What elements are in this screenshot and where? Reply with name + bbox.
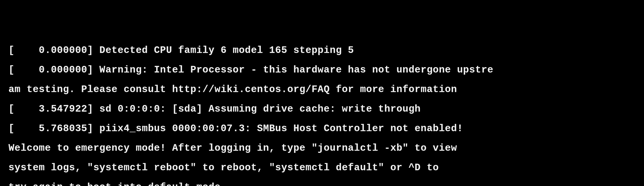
kernel-log-line: [ 0.000000] Detected CPU family 6 model … — [8, 45, 636, 55]
kernel-log-line: [ 0.000000] Warning: Intel Processor - t… — [8, 65, 636, 75]
kernel-log-line: am testing. Please consult http://wiki.c… — [8, 85, 636, 95]
emergency-mode-message: try again to boot into default mode. — [8, 182, 636, 186]
kernel-log-line: [ 5.768035] piix4_smbus 0000:00:07.3: SM… — [8, 124, 636, 134]
emergency-mode-message: system logs, "systemctl reboot" to reboo… — [8, 163, 636, 173]
emergency-mode-message: Welcome to emergency mode! After logging… — [8, 143, 636, 153]
kernel-log-line: [ 3.547922] sd 0:0:0:0: [sda] Assuming d… — [8, 104, 636, 114]
